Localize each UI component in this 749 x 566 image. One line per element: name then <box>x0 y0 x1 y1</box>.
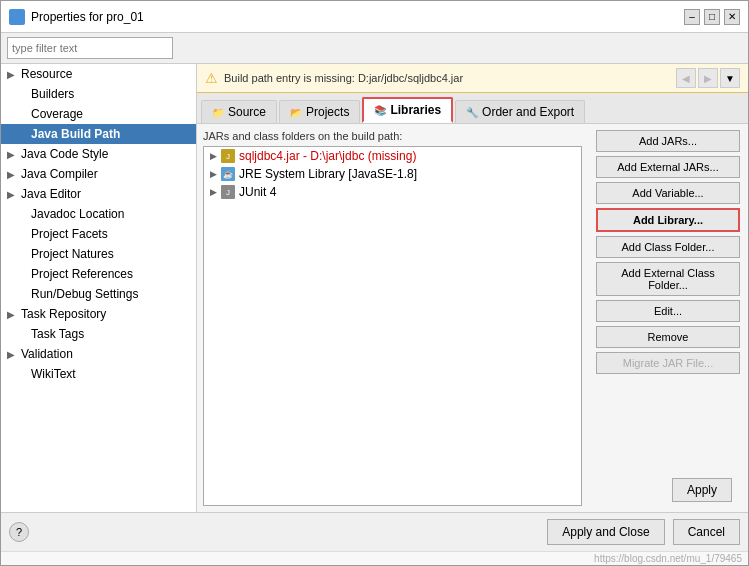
sidebar-item-label: Run/Debug Settings <box>31 287 138 301</box>
tab-order-export[interactable]: 🔧 Order and Export <box>455 100 585 123</box>
expand-arrow: ▶ <box>210 169 217 179</box>
warning-text: Build path entry is missing: D:jar/jdbc/… <box>224 72 463 84</box>
expand-arrow: ▶ <box>7 69 17 80</box>
tabs-bar: 📁 Source 📂 Projects 📚 Libraries 🔧 Order … <box>197 93 748 124</box>
sidebar-item-label: Java Editor <box>21 187 81 201</box>
sidebar-item-label: Java Build Path <box>31 127 120 141</box>
source-tab-icon: 📁 <box>212 107 224 118</box>
buttons-panel: Add JARs... Add External JARs... Add Var… <box>588 124 748 512</box>
library-panel: JARs and class folders on the build path… <box>197 124 588 512</box>
nav-forward-button[interactable]: ▶ <box>698 68 718 88</box>
nav-arrows: ◀ ▶ ▼ <box>676 68 740 88</box>
window-title: Properties for pro_01 <box>31 10 678 24</box>
libraries-tab-icon: 📚 <box>374 105 386 116</box>
sidebar-item-java-compiler[interactable]: ▶ Java Compiler <box>1 164 196 184</box>
sidebar-item-label: WikiText <box>31 367 76 381</box>
library-item-label: JUnit 4 <box>239 185 276 199</box>
filter-bar <box>1 33 748 64</box>
properties-window: Properties for pro_01 – □ ✕ ▶ Resource B… <box>0 0 749 566</box>
nav-back-button[interactable]: ◀ <box>676 68 696 88</box>
sidebar-item-coverage[interactable]: Coverage <box>1 104 196 124</box>
window-controls: – □ ✕ <box>684 9 740 25</box>
library-item-label: sqljdbc4.jar - D:\jar\jdbc (missing) <box>239 149 416 163</box>
sidebar-item-label: Java Code Style <box>21 147 108 161</box>
tab-order-export-label: Order and Export <box>482 105 574 119</box>
junit-icon: J <box>221 185 235 199</box>
remove-button[interactable]: Remove <box>596 326 740 348</box>
title-bar: Properties for pro_01 – □ ✕ <box>1 1 748 33</box>
cancel-button[interactable]: Cancel <box>673 519 740 545</box>
expand-arrow: ▶ <box>210 187 217 197</box>
filter-input[interactable] <box>7 37 173 59</box>
sidebar-item-label: Java Compiler <box>21 167 98 181</box>
sidebar-item-label: Task Tags <box>31 327 84 341</box>
help-button[interactable]: ? <box>9 522 29 542</box>
tab-source-label: Source <box>228 105 266 119</box>
sidebar-item-task-repository[interactable]: ▶ Task Repository <box>1 304 196 324</box>
warning-icon: ⚠ <box>205 70 218 86</box>
sidebar-item-wikitext[interactable]: WikiText <box>1 364 196 384</box>
add-external-jars-button[interactable]: Add External JARs... <box>596 156 740 178</box>
sidebar-item-java-code-style[interactable]: ▶ Java Code Style <box>1 144 196 164</box>
sidebar-item-resource[interactable]: ▶ Resource <box>1 64 196 84</box>
expand-arrow: ▶ <box>7 309 17 320</box>
add-external-class-folder-button[interactable]: Add External Class Folder... <box>596 262 740 296</box>
apply-and-close-button[interactable]: Apply and Close <box>547 519 664 545</box>
sidebar-item-label: Coverage <box>31 107 83 121</box>
maximize-button[interactable]: □ <box>704 9 720 25</box>
library-tree-list: ▶ J sqljdbc4.jar - D:\jar\jdbc (missing)… <box>203 146 582 506</box>
add-variable-button[interactable]: Add Variable... <box>596 182 740 204</box>
sidebar-item-run-debug-settings[interactable]: Run/Debug Settings <box>1 284 196 304</box>
minimize-button[interactable]: – <box>684 9 700 25</box>
sidebar-item-label: Resource <box>21 67 72 81</box>
close-button[interactable]: ✕ <box>724 9 740 25</box>
apply-button[interactable]: Apply <box>672 478 732 502</box>
url-bar: https://blog.csdn.net/mu_1/79465 <box>1 551 748 565</box>
add-class-folder-button[interactable]: Add Class Folder... <box>596 236 740 258</box>
projects-tab-icon: 📂 <box>290 107 302 118</box>
library-item-label: JRE System Library [JavaSE-1.8] <box>239 167 417 181</box>
panel-description: JARs and class folders on the build path… <box>203 130 582 142</box>
sidebar-item-task-tags[interactable]: Task Tags <box>1 324 196 344</box>
sidebar-item-java-editor[interactable]: ▶ Java Editor <box>1 184 196 204</box>
jre-icon: ☕ <box>221 167 235 181</box>
expand-arrow: ▶ <box>210 151 217 161</box>
apply-section: Apply <box>596 474 740 506</box>
sidebar-item-javadoc-location[interactable]: Javadoc Location <box>1 204 196 224</box>
list-item[interactable]: ▶ ☕ JRE System Library [JavaSE-1.8] <box>204 165 581 183</box>
list-item[interactable]: ▶ J sqljdbc4.jar - D:\jar\jdbc (missing) <box>204 147 581 165</box>
migrate-jar-button[interactable]: Migrate JAR File... <box>596 352 740 374</box>
expand-arrow: ▶ <box>7 189 17 200</box>
expand-arrow: ▶ <box>7 169 17 180</box>
tab-libraries[interactable]: 📚 Libraries <box>362 97 453 123</box>
edit-button[interactable]: Edit... <box>596 300 740 322</box>
warning-bar: ⚠ Build path entry is missing: D:jar/jdb… <box>197 64 748 93</box>
sidebar-item-label: Validation <box>21 347 73 361</box>
expand-arrow: ▶ <box>7 149 17 160</box>
sidebar-item-project-references[interactable]: Project References <box>1 264 196 284</box>
expand-arrow: ▶ <box>7 349 17 360</box>
sidebar-item-label: Builders <box>31 87 74 101</box>
order-export-tab-icon: 🔧 <box>466 107 478 118</box>
add-jars-button[interactable]: Add JARs... <box>596 130 740 152</box>
right-panel: ⚠ Build path entry is missing: D:jar/jdb… <box>197 64 748 512</box>
sidebar-item-label: Project References <box>31 267 133 281</box>
tab-projects[interactable]: 📂 Projects <box>279 100 360 123</box>
list-item[interactable]: ▶ J JUnit 4 <box>204 183 581 201</box>
jar-icon: J <box>221 149 235 163</box>
sidebar-item-java-build-path[interactable]: Java Build Path <box>1 124 196 144</box>
sidebar-item-label: Project Facets <box>31 227 108 241</box>
sidebar-item-label: Task Repository <box>21 307 106 321</box>
sidebar-item-project-natures[interactable]: Project Natures <box>1 244 196 264</box>
sidebar-item-builders[interactable]: Builders <box>1 84 196 104</box>
main-content: ▶ Resource Builders Coverage Java Build … <box>1 64 748 512</box>
tab-libraries-label: Libraries <box>390 103 441 117</box>
sidebar-item-project-facets[interactable]: Project Facets <box>1 224 196 244</box>
tab-source[interactable]: 📁 Source <box>201 100 277 123</box>
sidebar-item-label: Project Natures <box>31 247 114 261</box>
add-library-button[interactable]: Add Library... <box>596 208 740 232</box>
nav-down-button[interactable]: ▼ <box>720 68 740 88</box>
tab-projects-label: Projects <box>306 105 349 119</box>
sidebar-item-validation[interactable]: ▶ Validation <box>1 344 196 364</box>
window-icon <box>9 9 25 25</box>
